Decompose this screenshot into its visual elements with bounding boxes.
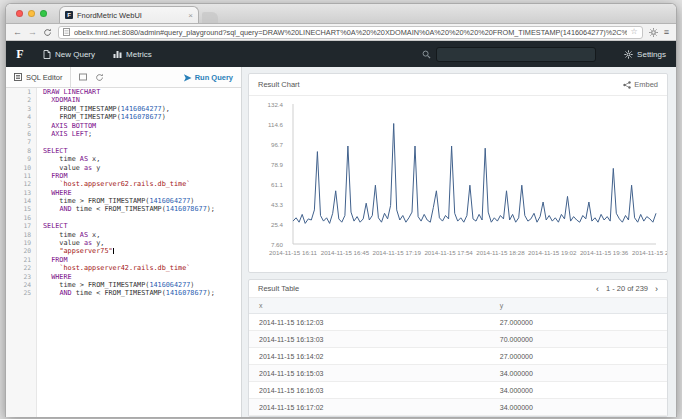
code-line[interactable]: 8SELECT bbox=[6, 147, 241, 155]
code-line[interactable]: 16 bbox=[6, 214, 241, 222]
code-text: AND time < FROM_TIMESTAMP(1416078677); bbox=[36, 289, 215, 297]
run-query-button[interactable]: Run Query bbox=[183, 73, 233, 82]
line-number: 24 bbox=[6, 281, 36, 289]
code-text: DRAW LINECHART bbox=[36, 88, 100, 96]
reload-icon[interactable] bbox=[43, 28, 52, 37]
page-next-icon[interactable]: › bbox=[655, 284, 658, 294]
nav-new-query-label: New Query bbox=[55, 50, 95, 59]
nav-metrics-button[interactable]: Metrics bbox=[104, 41, 161, 67]
url-bar[interactable]: obelix.fnrd.net:8080/admin#query_playgro… bbox=[58, 26, 643, 39]
table-row[interactable]: 2014-11-15 16:12:0327.000000 bbox=[249, 314, 667, 331]
page-info: 1 - 20 of 239 bbox=[606, 284, 648, 293]
forward-icon[interactable]: → bbox=[28, 28, 37, 37]
table-row[interactable]: 2014-11-15 16:13:0370.000000 bbox=[249, 331, 667, 348]
nav-settings-button[interactable]: Settings bbox=[624, 50, 666, 59]
tab-close-icon[interactable]: × bbox=[188, 11, 193, 20]
code-line[interactable]: 17SELECT bbox=[6, 222, 241, 230]
browser-tab[interactable]: F FnordMetric WebUI × bbox=[59, 6, 199, 23]
table-header-row: x y bbox=[249, 298, 667, 314]
code-line[interactable]: 4 FROM_TIMESTAMP(1416078677) bbox=[6, 113, 241, 121]
code-line[interactable]: 15 AND time < FROM_TIMESTAMP(1416078677)… bbox=[6, 205, 241, 213]
window-controls bbox=[16, 10, 47, 17]
code-text: AND time < FROM_TIMESTAMP(1416078677); bbox=[36, 205, 215, 213]
table-row[interactable]: 2014-11-15 16:17:0234.000000 bbox=[249, 399, 667, 416]
new-query-file-icon bbox=[43, 50, 51, 59]
bookmark-star-icon[interactable]: ☆ bbox=[631, 28, 638, 36]
nav-new-query-button[interactable]: New Query bbox=[34, 41, 104, 67]
cell-y: 34.000000 bbox=[500, 404, 667, 411]
code-text: time > FROM_TIMESTAMP(1416064277) bbox=[36, 281, 194, 289]
x-axis-tick: 2014-11-15 17:54 bbox=[424, 249, 472, 256]
expand-icon[interactable] bbox=[79, 73, 87, 81]
y-axis-tick: 132.4 bbox=[249, 101, 283, 108]
code-line[interactable]: 20 "appserver75" bbox=[6, 247, 241, 255]
code-line[interactable]: 7 bbox=[6, 138, 241, 146]
main-content: SQL Editor Run Query 1DRAW bbox=[6, 67, 676, 417]
code-line[interactable]: 11 FROM bbox=[6, 172, 241, 180]
code-editor[interactable]: 1DRAW LINECHART2 XDOMAIN3 FROM_TIMESTAMP… bbox=[6, 88, 241, 417]
line-number: 13 bbox=[6, 189, 36, 197]
code-line[interactable]: 6 AXIS LEFT; bbox=[6, 130, 241, 138]
code-line[interactable]: 12 `host.appserver62.rails.db_time` bbox=[6, 180, 241, 188]
code-text: WHERE bbox=[36, 273, 72, 281]
y-axis-tick: 25.4 bbox=[249, 221, 283, 228]
search-input[interactable] bbox=[436, 47, 596, 62]
refresh-icon[interactable] bbox=[95, 73, 104, 82]
tab-sql-editor[interactable]: SQL Editor bbox=[6, 67, 71, 87]
browser-menu-icon[interactable]: ≡ bbox=[664, 28, 669, 37]
line-chart[interactable]: 132.4114.696.778.961.143.325.47.602014-1… bbox=[249, 96, 667, 272]
share-icon bbox=[623, 81, 631, 89]
page-prev-icon[interactable]: ‹ bbox=[596, 284, 599, 294]
code-text: FROM bbox=[36, 172, 68, 180]
code-text: time AS x, bbox=[36, 231, 100, 239]
code-text: FROM_TIMESTAMP(1416078677) bbox=[36, 113, 166, 121]
table-row[interactable]: 2014-11-15 16:14:0227.000000 bbox=[249, 348, 667, 365]
x-axis-tick: 2014-11-15 20:11 bbox=[632, 249, 667, 256]
back-icon[interactable]: ← bbox=[13, 28, 22, 37]
code-text: AXIS BOTTOM bbox=[36, 122, 96, 130]
table-pagination: ‹ 1 - 20 of 239 › bbox=[596, 284, 658, 294]
window-minimize-button[interactable] bbox=[28, 10, 35, 17]
code-text: value as y bbox=[36, 164, 100, 172]
code-text: "appserver75" bbox=[36, 247, 114, 255]
code-line[interactable]: 21 FROM bbox=[6, 256, 241, 264]
chart-canvas bbox=[249, 96, 667, 272]
result-chart-header: Result Chart Embed bbox=[249, 74, 667, 96]
line-number: 6 bbox=[6, 130, 36, 138]
result-table-header: Result Table ‹ 1 - 20 of 239 › bbox=[249, 280, 667, 298]
table-row[interactable]: 2014-11-15 16:15:0334.000000 bbox=[249, 365, 667, 382]
line-number: 17 bbox=[6, 222, 36, 230]
x-axis-tick: 2014-11-15 16:45 bbox=[321, 249, 369, 256]
app-logo[interactable]: F bbox=[6, 47, 34, 62]
window-zoom-button[interactable] bbox=[40, 10, 47, 17]
line-number: 18 bbox=[6, 231, 36, 239]
code-line[interactable]: 23 WHERE bbox=[6, 273, 241, 281]
browser-settings-gear-icon[interactable] bbox=[649, 28, 658, 37]
code-line[interactable]: 10 value as y bbox=[6, 164, 241, 172]
code-line[interactable]: 3 FROM_TIMESTAMP(1416064277), bbox=[6, 105, 241, 113]
code-text: FROM bbox=[36, 256, 68, 264]
embed-button[interactable]: Embed bbox=[623, 80, 658, 89]
code-line[interactable]: 25 AND time < FROM_TIMESTAMP(1416078677)… bbox=[6, 289, 241, 297]
code-line[interactable]: 9 time AS x, bbox=[6, 155, 241, 163]
code-line[interactable]: 19 value as y, bbox=[6, 239, 241, 247]
cell-x: 2014-11-15 16:13:03 bbox=[249, 336, 500, 343]
browser-toolbar: ← → obelix.fnrd.net:8080/admin#query_pla… bbox=[6, 24, 676, 41]
code-line[interactable]: 1DRAW LINECHART bbox=[6, 88, 241, 96]
code-line[interactable]: 18 time AS x, bbox=[6, 231, 241, 239]
code-line[interactable]: 14 time > FROM_TIMESTAMP(1416064277) bbox=[6, 197, 241, 205]
code-text: SELECT bbox=[36, 147, 68, 155]
code-line[interactable]: 22 `host.appserver42.rails.db_time` bbox=[6, 264, 241, 272]
code-line[interactable]: 5 AXIS BOTTOM bbox=[6, 122, 241, 130]
table-row[interactable]: 2014-11-15 16:16:0334.000000 bbox=[249, 382, 667, 399]
cell-x: 2014-11-15 16:17:02 bbox=[249, 404, 500, 411]
code-line[interactable]: 2 XDOMAIN bbox=[6, 96, 241, 104]
result-chart-card: Result Chart Embed 132.4114.696.778.961.… bbox=[248, 73, 668, 273]
code-line[interactable]: 13 WHERE bbox=[6, 189, 241, 197]
new-tab-button[interactable] bbox=[202, 12, 218, 23]
code-line[interactable]: 24 time > FROM_TIMESTAMP(1416064277) bbox=[6, 281, 241, 289]
line-number: 20 bbox=[6, 247, 36, 255]
code-text: FROM_TIMESTAMP(1416064277), bbox=[36, 105, 170, 113]
window-close-button[interactable] bbox=[16, 10, 23, 17]
code-text bbox=[36, 138, 43, 146]
